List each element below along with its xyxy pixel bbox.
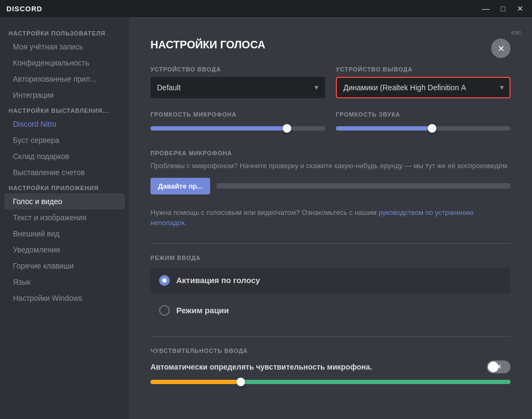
sidebar-item-billing[interactable]: Выставление счетов xyxy=(4,164,125,180)
toggle-x-icon: ✕ xyxy=(496,363,501,371)
sidebar-section-billing: НАСТРОЙКИ ВЫСТАВЛЕНИЯ... Discord Nitro Б… xyxy=(0,103,129,180)
radio-voice-activation-dot xyxy=(162,278,167,283)
sound-volume-track xyxy=(336,126,511,131)
mic-check-description: Проблемы с микрофоном? Начните проверку … xyxy=(150,161,511,171)
mic-volume-track xyxy=(150,126,325,131)
sidebar-item-my-account[interactable]: Моя учётная запись xyxy=(4,39,125,55)
mic-volume-fill xyxy=(150,126,287,131)
sidebar-item-voice-video[interactable]: Голос и видео xyxy=(4,193,125,210)
sidebar-item-windows-settings[interactable]: Настройки Windows xyxy=(4,290,125,306)
main-content: ✕ ESC НАСТРОЙКИ ГОЛОСА УСТРОЙСТВО ВВОДА … xyxy=(129,17,532,419)
volume-section: ГРОМКОСТЬ МИКРОФОНА ГРОМКОСТЬ ЗВУКА xyxy=(150,111,511,135)
radio-push-to-talk-label: Режим рации xyxy=(176,306,229,315)
output-device-wrapper: Динамики (Realtek High Definition А ▼ xyxy=(336,77,511,98)
input-device-select[interactable]: Default xyxy=(150,77,325,98)
settings-close-button[interactable]: ✕ xyxy=(491,39,511,58)
minimize-button[interactable]: — xyxy=(480,3,491,14)
output-device-col: УСТРОЙСТВО ВЫВОДА Динамики (Realtek High… xyxy=(336,66,511,98)
mic-volume-col: ГРОМКОСТЬ МИКРОФОНА xyxy=(150,111,325,135)
sound-volume-fill xyxy=(336,126,432,131)
input-device-label: УСТРОЙСТВО ВВОДА xyxy=(150,66,325,73)
sidebar-item-keybinds[interactable]: Горячие клавиши xyxy=(4,258,125,274)
sidebar-section-label-billing: НАСТРОЙКИ ВЫСТАВЛЕНИЯ... xyxy=(0,103,129,116)
sensitivity-thumb[interactable] xyxy=(236,378,245,386)
help-text: Нужна помощь с голосовым или видеочатом?… xyxy=(150,207,511,228)
sidebar-item-server-boost[interactable]: Буст сервера xyxy=(4,132,125,148)
sensitivity-fill-yellow xyxy=(150,380,241,384)
close-icon: ✕ xyxy=(498,44,505,54)
sensitivity-auto-label: Автоматически определять чувствительност… xyxy=(150,363,372,371)
sound-volume-label: ГРОМКОСТЬ ЗВУКА xyxy=(336,111,511,118)
sound-volume-thumb[interactable] xyxy=(428,124,436,133)
sensitivity-slider-track[interactable] xyxy=(150,380,511,384)
radio-push-to-talk[interactable]: Режим рации xyxy=(150,298,511,323)
sidebar: НАСТРОЙКИ ПОЛЬЗОВАТЕЛЯ Моя учётная запис… xyxy=(0,17,129,419)
output-device-select[interactable]: Динамики (Realtek High Definition А xyxy=(336,77,511,98)
device-section: УСТРОЙСТВО ВВОДА Default ▼ УСТРОЙСТВО ВЫ… xyxy=(150,66,511,98)
sensitivity-fill-green xyxy=(241,380,511,384)
sidebar-item-gift-inventory[interactable]: Склад подарков xyxy=(4,148,125,164)
sidebar-item-authorized-apps[interactable]: Авторизованные прил... xyxy=(4,71,125,87)
mic-check-row: Давайте пр... xyxy=(150,178,511,194)
sensitivity-auto-toggle[interactable]: ✕ xyxy=(487,360,511,373)
mic-volume-slider[interactable] xyxy=(150,122,325,135)
radio-push-to-talk-circle xyxy=(159,305,170,316)
sound-volume-slider[interactable] xyxy=(336,122,511,135)
sound-volume-col: ГРОМКОСТЬ ЗВУКА xyxy=(336,111,511,135)
divider-2 xyxy=(150,336,511,337)
mic-check-title: ПРОВЕРКА МИКРОФОНА xyxy=(150,150,511,156)
sidebar-section-label-app: НАСТРОЙКИ ПРИЛОЖЕНИЯ xyxy=(0,180,129,193)
mic-meter xyxy=(217,183,511,189)
esc-label: ESC xyxy=(511,30,521,35)
mic-volume-label: ГРОМКОСТЬ МИКРОФОНА xyxy=(150,111,325,118)
radio-voice-activation-circle xyxy=(159,275,170,286)
sidebar-section-user-settings: НАСТРОЙКИ ПОЛЬЗОВАТЕЛЯ Моя учётная запис… xyxy=(0,26,129,103)
sidebar-item-privacy[interactable]: Конфиденциальность xyxy=(4,55,125,71)
app-title: DISCORD xyxy=(6,5,42,13)
sidebar-item-notifications[interactable]: Уведомления xyxy=(4,242,125,258)
input-mode-title: РЕЖИМ ВВОДА xyxy=(150,255,511,261)
sidebar-item-text-images[interactable]: Текст и изображения xyxy=(4,210,125,226)
mic-test-button[interactable]: Давайте пр... xyxy=(150,178,210,194)
maximize-button[interactable]: □ xyxy=(498,3,508,14)
sidebar-item-integrations[interactable]: Интеграции xyxy=(4,87,125,103)
input-device-wrapper: Default ▼ xyxy=(150,77,325,98)
input-device-col: УСТРОЙСТВО ВВОДА Default ▼ xyxy=(150,66,325,98)
sensitivity-slider-container xyxy=(150,380,511,384)
mic-check-section: ПРОВЕРКА МИКРОФОНА Проблемы с микрофоном… xyxy=(150,150,511,194)
mic-volume-thumb[interactable] xyxy=(283,124,291,133)
sensitivity-section: ЧУВСТВИТЕЛЬНОСТЬ ВВОДА Автоматически опр… xyxy=(150,348,511,384)
sidebar-section-label-user: НАСТРОЙКИ ПОЛЬЗОВАТЕЛЯ xyxy=(0,26,129,39)
sensitivity-title: ЧУВСТВИТЕЛЬНОСТЬ ВВОДА xyxy=(150,348,511,354)
sidebar-item-discord-nitro[interactable]: Discord Nitro xyxy=(4,116,125,132)
window-controls: — □ ✕ xyxy=(480,3,526,14)
help-text-static: Нужна помощь с голосовым или видеочатом?… xyxy=(150,208,379,216)
output-device-label: УСТРОЙСТВО ВЫВОДА xyxy=(336,66,511,73)
sidebar-section-app-settings: НАСТРОЙКИ ПРИЛОЖЕНИЯ Голос и видео Текст… xyxy=(0,180,129,306)
input-mode-section: РЕЖИМ ВВОДА Активация по голосу Режим ра… xyxy=(150,255,511,323)
page-title: НАСТРОЙКИ ГОЛОСА xyxy=(150,39,511,51)
radio-voice-activation[interactable]: Активация по голосу xyxy=(150,268,511,293)
close-area: ✕ ESC xyxy=(511,28,521,35)
sensitivity-auto-row: Автоматически определять чувствительност… xyxy=(150,360,511,373)
radio-voice-activation-label: Активация по голосу xyxy=(176,276,260,285)
volume-slider-row: ГРОМКОСТЬ МИКРОФОНА ГРОМКОСТЬ ЗВУКА xyxy=(150,111,511,135)
sidebar-item-appearance[interactable]: Внешний вид xyxy=(4,226,125,242)
titlebar: DISCORD — □ ✕ xyxy=(0,0,532,17)
sidebar-item-language[interactable]: Язык xyxy=(4,274,125,290)
window-close-button[interactable]: ✕ xyxy=(515,3,526,14)
app-container: НАСТРОЙКИ ПОЛЬЗОВАТЕЛЯ Моя учётная запис… xyxy=(0,17,532,419)
divider xyxy=(150,243,511,244)
